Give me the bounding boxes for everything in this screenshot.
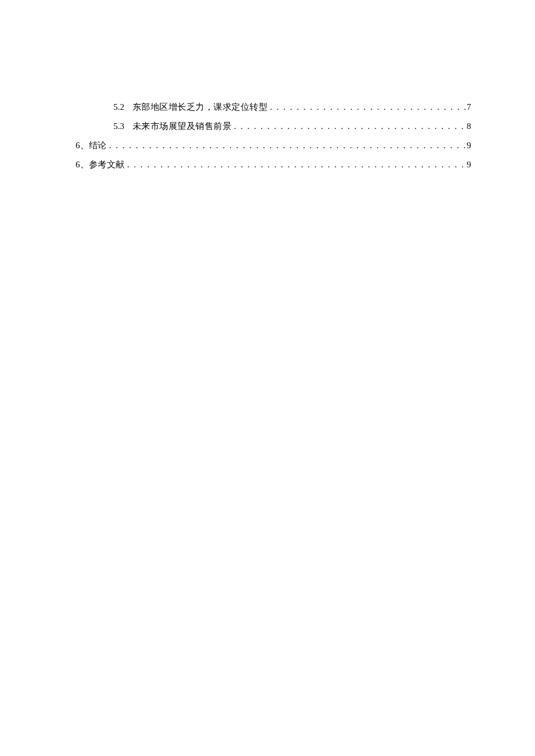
toc-entry-page: 7 — [466, 102, 472, 112]
toc-entry-title: 结论 — [89, 140, 107, 151]
toc-entry-number: 6、 — [76, 159, 89, 170]
toc-leader-dots: . . . . . . . . . . . . . . . . . . . . … — [268, 102, 465, 112]
toc-entry-page: 9 — [466, 160, 472, 170]
toc-entry-page: 9 — [466, 141, 472, 151]
toc-entry: 5.2 东部地区增长乏力，课求定位转型 . . . . . . . . . . … — [76, 102, 471, 113]
toc-entry-number: 6、 — [76, 140, 89, 151]
toc-entry-page: 8 — [466, 121, 472, 131]
toc-leader-dots: . . . . . . . . . . . . . . . . . . . . … — [231, 121, 465, 131]
toc-entry-number: 5.2 — [113, 102, 124, 112]
toc-entry-title: 东部地区增长乏力，课求定位转型 — [133, 102, 268, 113]
toc-entry-title: 未来市场展望及销售前景 — [133, 121, 232, 132]
toc-leader-dots: . . . . . . . . . . . . . . . . . . . . … — [107, 141, 466, 151]
toc-entry-title: 参考文献 — [89, 159, 125, 170]
toc-entry: 6、 结论 . . . . . . . . . . . . . . . . . … — [76, 140, 471, 151]
toc-entry: 5.3 未来市场展望及销售前景 . . . . . . . . . . . . … — [76, 121, 471, 132]
toc-entry: 6、 参考文献 . . . . . . . . . . . . . . . . … — [76, 159, 471, 170]
toc-leader-dots: . . . . . . . . . . . . . . . . . . . . … — [125, 160, 466, 170]
toc-entry-number: 5.3 — [113, 121, 124, 131]
